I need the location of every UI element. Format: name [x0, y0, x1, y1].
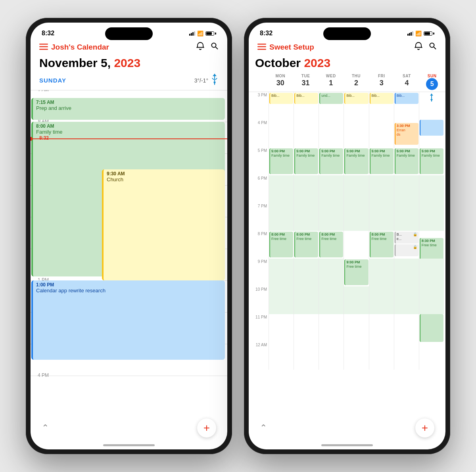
- add-button-left[interactable]: +: [197, 418, 216, 437]
- battery-body: [205, 31, 214, 36]
- cell-7pm-sat: [394, 203, 419, 231]
- cell-11pm-thu: [344, 314, 369, 342]
- week-day-sat[interactable]: SAT 4: [394, 72, 420, 92]
- dynamic-island-left: [105, 27, 153, 40]
- cell-7pm-sun: [419, 203, 444, 231]
- week-day-mon[interactable]: MON 30: [268, 72, 293, 92]
- year-left: 2023: [114, 56, 140, 69]
- event-locked-sat-1[interactable]: B... 🔒 e...: [395, 232, 418, 244]
- cell-6pm-sun: [419, 175, 444, 203]
- search-icon-left[interactable]: [211, 42, 219, 52]
- cell-8pm-sat: B... 🔒 e... 🔒: [394, 231, 419, 259]
- svg-marker-9: [213, 82, 216, 85]
- event-free-mon[interactable]: 8:00 PM Free time: [269, 232, 293, 257]
- current-time-line: [31, 138, 227, 139]
- event-errands-sat[interactable]: 3:30 PM Erran ds: [395, 123, 418, 145]
- event-family-wed[interactable]: 5:00 PM Family time: [319, 148, 343, 174]
- week-day-fri[interactable]: FRI 3: [369, 72, 394, 92]
- cell-9pm-sun: [419, 259, 444, 286]
- menu-icon-right[interactable]: [257, 42, 266, 52]
- cell-12am-wed: [319, 342, 344, 370]
- cell-6pm-wed: [319, 175, 344, 203]
- event-und-wed[interactable]: und...: [319, 93, 343, 104]
- cell-11pm-wed: [319, 314, 344, 342]
- left-phone-screen: 8:32 📶: [31, 23, 227, 449]
- lock-icon-2: 🔒: [413, 245, 417, 249]
- menu-icon-left[interactable]: [39, 42, 48, 52]
- add-button-right[interactable]: +: [415, 418, 434, 437]
- event-prep-arrive[interactable]: 7:15 AM Prep and arrive: [31, 98, 225, 120]
- collapse-chevron-left[interactable]: ⌃: [42, 423, 49, 433]
- battery-right: [424, 31, 434, 36]
- time-col-5pm: 5 PM: [250, 148, 269, 175]
- cell-9pm-thu: 9:00 PM Free time: [344, 259, 369, 286]
- cell-9pm-fri: [369, 259, 394, 286]
- event-bib-tue[interactable]: Bib...: [294, 93, 318, 104]
- week-day-tue[interactable]: TUE 31: [293, 72, 319, 92]
- svg-marker-6: [213, 74, 217, 76]
- event-family-thu[interactable]: 5:00 PM Family time: [344, 148, 368, 174]
- week-day-sun[interactable]: SUN 5: [419, 72, 445, 92]
- signal-bar-1: [189, 34, 190, 36]
- header-left-left: Josh's Calendar: [39, 42, 109, 52]
- cell-7pm-thu: [344, 203, 369, 231]
- time-col-4pm: 4 PM: [250, 120, 269, 148]
- week-row-11pm: 11 PM: [249, 314, 445, 342]
- month-right: October: [255, 56, 301, 69]
- event-free-wed[interactable]: 8:00 PM Free time: [319, 232, 343, 257]
- event-bib-fri[interactable]: Bib...: [370, 93, 393, 104]
- cell-12am-tue: [294, 342, 319, 370]
- time-col-8pm: 8 PM: [250, 231, 269, 259]
- event-locked-sat-2[interactable]: 🔒: [395, 244, 418, 256]
- week-day-thu[interactable]: THU 2: [344, 72, 369, 92]
- search-icon-right[interactable]: [429, 42, 437, 52]
- cell-5pm-wed: 5:00 PM Family time: [319, 148, 344, 175]
- event-family-fri[interactable]: 5:00 PM Family time: [370, 148, 393, 174]
- app-header-left: Josh's Calendar: [31, 40, 227, 55]
- time-col-7pm: 7 PM: [250, 203, 269, 231]
- event-free-sun-830[interactable]: 8:30 PM Free time: [420, 238, 443, 259]
- event-free-tue[interactable]: 8:00 PM Free time: [294, 232, 318, 257]
- cell-3pm-wed: und...: [319, 92, 344, 120]
- event-bib-thu[interactable]: Bib...: [344, 93, 368, 104]
- svg-rect-8: [215, 78, 217, 80]
- event-blue-sun-4pm[interactable]: [420, 120, 443, 136]
- event-free-thu-9pm[interactable]: 9:00 PM Free time: [344, 259, 368, 285]
- bell-icon-left[interactable]: [196, 42, 204, 52]
- week-day-wed[interactable]: WED 1: [318, 72, 344, 92]
- collapse-chevron-right[interactable]: ⌃: [260, 423, 267, 433]
- left-phone: 8:32 📶: [26, 18, 232, 454]
- event-family-mon[interactable]: 5:00 PM Family time: [269, 148, 293, 174]
- cell-12am-fri: [369, 342, 394, 370]
- event-family-sat[interactable]: 5:00 PM Family time: [395, 148, 418, 174]
- event-family-tue[interactable]: 5:00 PM Family time: [294, 148, 318, 174]
- event-family-sun[interactable]: 5:00 PM Family time: [420, 148, 443, 174]
- event-blue-sat[interactable]: Bib...: [395, 93, 418, 104]
- event-church[interactable]: 9:30 AM Church: [102, 169, 225, 280]
- cell-9pm-tue: [294, 259, 319, 286]
- timeline-left: 7 AM 8 AM 8:32: [31, 90, 227, 414]
- cell-11pm-fri: [369, 314, 394, 342]
- event-green-sun-11pm[interactable]: [420, 314, 443, 342]
- event-bib-mon[interactable]: Bib...: [269, 93, 293, 104]
- cell-3pm-fri: Bib...: [369, 92, 394, 120]
- week-row-5pm: 5 PM 5:00 PM Family time 5:00 PM Family …: [249, 148, 445, 175]
- signal-bars-right: [407, 31, 413, 36]
- bell-icon-right[interactable]: [415, 42, 422, 52]
- signal-bars-left: [189, 31, 195, 36]
- cell-8pm-mon: 8:00 PM Free time: [269, 231, 294, 259]
- week-row-4pm: 4 PM 3:30 PM Erran ds: [249, 120, 445, 148]
- event-free-fri[interactable]: 8:00 PM Free time: [370, 232, 393, 257]
- cell-4pm-mon: [269, 120, 294, 148]
- status-icons-left: 📶: [189, 31, 216, 36]
- day-name-left: SUNDAY: [39, 77, 66, 84]
- cell-6pm-mon: [269, 175, 294, 203]
- battery-fill: [206, 32, 212, 35]
- dynamic-island-right: [323, 27, 371, 40]
- svg-marker-17: [430, 99, 433, 102]
- cell-6pm-fri: [369, 175, 394, 203]
- week-timeline-right: 3 PM Bib... Bib...: [249, 92, 445, 414]
- year-right: 2023: [304, 56, 330, 69]
- event-calendar-research[interactable]: 1:00 PM Calendar app rewrite research: [31, 280, 225, 360]
- event-prep-arrive-time: 7:15 AM: [36, 100, 222, 105]
